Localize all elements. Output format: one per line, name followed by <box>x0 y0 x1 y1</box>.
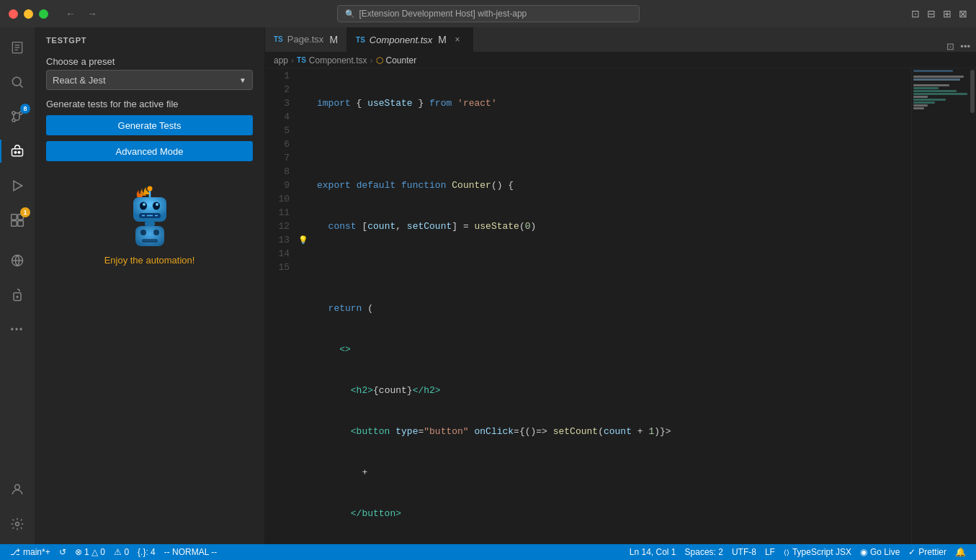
svg-point-29 <box>143 203 145 206</box>
svg-rect-15 <box>12 221 17 227</box>
activity-search[interactable] <box>0 65 35 99</box>
minimap <box>911 68 969 544</box>
breadcrumb-file[interactable]: Component.tsx <box>309 55 367 66</box>
svg-point-23 <box>16 523 19 526</box>
window-controls <box>9 9 48 19</box>
code-editor-body[interactable]: 1 2 3 4 5 6 7 8 9 10 11 12 13 14 15 <box>265 68 976 544</box>
code-content[interactable]: import { useState } from 'react' export … <box>311 68 911 544</box>
split-editor-right-icon[interactable]: ⊡ <box>946 41 954 52</box>
tab-bar: TS Page.tsx M TS Component.tsx M × ⊡ ••• <box>265 27 976 53</box>
activity-run[interactable] <box>0 168 35 203</box>
scm-badge: 8 <box>20 104 30 114</box>
robot-illustration <box>117 184 182 249</box>
editor-area: TS Page.tsx M TS Component.tsx M × ⊡ •••… <box>265 27 976 544</box>
command-palette[interactable]: 🔍 [Extension Development Host] with-jest… <box>337 5 640 22</box>
language-text: TypeScript JSX <box>792 547 851 557</box>
svg-point-8 <box>12 119 15 122</box>
tab-page-tsx[interactable]: TS Page.tsx M <box>265 27 347 52</box>
svg-point-37 <box>140 230 146 235</box>
breadcrumb-symbol[interactable]: Counter <box>386 55 417 66</box>
status-spaces[interactable]: Spaces: 2 <box>681 547 727 557</box>
maximize-button[interactable] <box>39 9 48 19</box>
golive-text: Go Live <box>870 547 900 557</box>
status-problems[interactable]: {.}: 4 <box>133 544 160 560</box>
toggle-panel-icon[interactable]: ⊞ <box>943 8 952 19</box>
breadcrumb-ts-icon: TS <box>297 56 306 64</box>
customize-layout-icon[interactable]: ⊠ <box>959 8 967 19</box>
sidebar-content: Choose a preset React & Jest ▼ Generate … <box>35 50 264 544</box>
svg-point-38 <box>153 230 159 235</box>
minimize-button[interactable] <box>24 9 33 19</box>
breadcrumb-sep2: › <box>370 55 373 66</box>
breadcrumb-app[interactable]: app <box>274 55 288 66</box>
robot-area: Enjoy the automation! <box>104 184 195 266</box>
breadcrumb-symbol-icon: ⬡ <box>376 55 383 66</box>
status-eol[interactable]: LF <box>761 547 779 557</box>
activity-debug[interactable] <box>0 278 35 312</box>
scrollbar-thumb[interactable] <box>970 70 975 113</box>
svg-point-25 <box>147 186 152 191</box>
status-notifications[interactable]: 🔔 <box>951 547 970 557</box>
language-icon: ⟨⟩ <box>784 548 789 556</box>
generate-label: Generate tests for the active file <box>46 99 253 109</box>
activity-bottom <box>0 472 35 541</box>
git-branch-icon: ⎇ <box>10 547 20 557</box>
svg-point-10 <box>14 151 17 153</box>
status-position[interactable]: Ln 14, Col 1 <box>625 547 681 557</box>
back-arrow[interactable]: ← <box>63 6 79 21</box>
activity-settings[interactable] <box>0 507 35 541</box>
errors-text: ⊗ 1 △ 0 <box>75 547 105 557</box>
position-text: Ln 14, Col 1 <box>630 547 676 557</box>
status-encoding[interactable]: UTF-8 <box>727 547 761 557</box>
eol-text: LF <box>765 547 775 557</box>
preset-dropdown[interactable]: React & Jest ▼ <box>46 70 253 90</box>
status-errors[interactable]: ⊗ 1 △ 0 <box>71 544 109 560</box>
activity-bar: 8 1 ••• <box>0 27 35 544</box>
chevron-down-icon: ▼ <box>239 76 246 84</box>
split-editor-icon[interactable]: ⊡ <box>911 8 920 19</box>
scrollbar[interactable] <box>969 68 976 544</box>
status-golive[interactable]: ◉ Go Live <box>856 547 904 557</box>
tab-close-button[interactable]: × <box>451 33 464 46</box>
search-text: [Extension Development Host] with-jest-a… <box>359 9 527 19</box>
status-language[interactable]: ⟨⟩ TypeScript JSX <box>779 547 856 557</box>
activity-explorer[interactable] <box>0 30 35 65</box>
code-line-2 <box>311 137 911 151</box>
forward-arrow[interactable]: → <box>84 6 100 21</box>
activity-scm[interactable]: 8 <box>0 99 35 134</box>
warnings-text: ⚠ 0 <box>114 547 129 557</box>
prettier-check-icon: ✓ <box>908 547 915 557</box>
robot-caption: Enjoy the automation! <box>104 255 195 266</box>
generate-tests-button[interactable]: Generate Tests <box>46 115 253 135</box>
activity-extensions[interactable]: 1 <box>0 203 35 238</box>
tab-right-icons: ⊡ ••• <box>946 41 976 52</box>
toggle-sidebar-icon[interactable]: ⊟ <box>927 8 936 19</box>
ts-badge: TS <box>274 35 283 43</box>
tab-component-tsx[interactable]: TS Component.tsx M × <box>347 27 473 52</box>
svg-point-28 <box>153 202 160 210</box>
code-line-11: </button> <box>311 507 911 520</box>
preset-section: Choose a preset React & Jest ▼ <box>46 56 253 90</box>
status-prettier[interactable]: ✓ Prettier <box>904 547 951 557</box>
svg-line-5 <box>20 85 23 88</box>
branch-name: main*+ <box>23 547 50 557</box>
activity-account[interactable] <box>0 472 35 507</box>
svg-rect-39 <box>142 239 158 243</box>
svg-rect-9 <box>12 149 23 156</box>
code-line-9: <button type="button" onClick={()=> setC… <box>311 425 911 438</box>
titlebar: ← → 🔍 [Extension Development Host] with-… <box>0 0 976 27</box>
status-right: Ln 14, Col 1 Spaces: 2 UTF-8 LF ⟨⟩ TypeS… <box>625 547 970 557</box>
activity-remote[interactable] <box>0 243 35 278</box>
status-branch[interactable]: ⎇ main*+ <box>6 544 55 560</box>
generate-section: Generate tests for the active file Gener… <box>46 99 253 161</box>
status-sync[interactable]: ↺ <box>55 544 71 560</box>
advanced-mode-button[interactable]: Advanced Mode <box>46 141 253 161</box>
code-line-10: + <box>311 466 911 479</box>
close-button[interactable] <box>9 9 18 19</box>
activity-more[interactable]: ••• <box>0 312 35 347</box>
code-line-4: const [count, setCount] = useState(0) <box>311 220 911 233</box>
more-actions-icon[interactable]: ••• <box>960 41 970 52</box>
main-layout: 8 1 ••• TESTGPT <box>0 27 976 544</box>
status-warnings[interactable]: ⚠ 0 <box>109 544 133 560</box>
activity-testgpt[interactable] <box>0 134 35 168</box>
